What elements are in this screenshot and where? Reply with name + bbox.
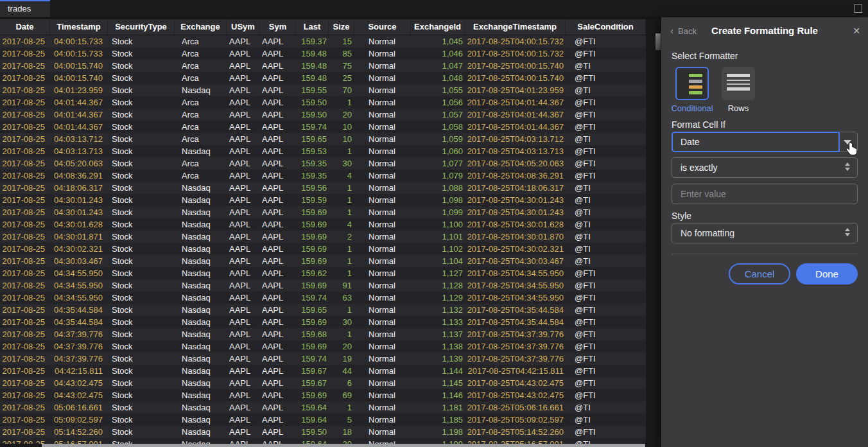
select-updown-icon: [845, 162, 850, 171]
table-cell: Stock: [108, 96, 175, 109]
table-row[interactable]: 2017-08-2504:01:44.367StockArcaAAPLAAPL1…: [0, 121, 646, 133]
column-header-last[interactable]: Last: [296, 19, 329, 35]
table-cell: Normal: [354, 145, 411, 157]
table-cell: 159.69: [296, 279, 329, 292]
table-cell: Normal: [354, 60, 411, 72]
table-row[interactable]: 2017-08-2504:00:15.733StockArcaAAPLAAPL1…: [0, 48, 646, 60]
table-cell: 04:01:23.959: [50, 84, 108, 96]
condition-select[interactable]: is exactly: [672, 157, 858, 178]
table-row[interactable]: 2017-08-2504:30:01.243StockNasdaqAAPLAAP…: [0, 194, 646, 206]
formatter-option-conditional[interactable]: [675, 67, 709, 100]
column-header-exchangetimestamp[interactable]: ExchangeTimestamp: [465, 19, 566, 35]
table-cell: 1: [329, 194, 354, 206]
table-row[interactable]: 2017-08-2504:34:55.950StockNasdaqAAPLAAP…: [0, 267, 646, 279]
table-row[interactable]: 2017-08-2504:30:01.628StockNasdaqAAPLAAP…: [0, 218, 646, 231]
vertical-scrollbar[interactable]: [655, 19, 661, 444]
maximize-icon[interactable]: [854, 4, 862, 13]
table-row[interactable]: 2017-08-2504:37:39.776StockNasdaqAAPLAAP…: [0, 340, 646, 353]
table-row[interactable]: 2017-08-2504:30:02.321StockNasdaqAAPLAAP…: [0, 243, 646, 255]
table-row[interactable]: 2017-08-2504:43:02.475StockNasdaqAAPLAAP…: [0, 377, 646, 389]
table-row[interactable]: 2017-08-2505:06:16.661StockNasdaqAAPLAAP…: [0, 401, 646, 414]
table-cell: AAPL: [260, 72, 296, 84]
table-cell: 10: [329, 121, 354, 133]
table-row[interactable]: 2017-08-2504:35:44.584StockNasdaqAAPLAAP…: [0, 304, 646, 316]
table-cell: 159.50: [296, 109, 329, 121]
table-cell: @FTI: [566, 377, 646, 389]
table-cell: AAPL: [260, 231, 296, 243]
column-select-arrow-button[interactable]: [838, 132, 857, 152]
table-cell: Nasdaq: [175, 206, 227, 218]
table-cell: 2017-08-25: [0, 109, 50, 121]
column-header-usym[interactable]: USym: [227, 19, 260, 35]
table-cell: 75: [329, 60, 354, 72]
table-cell: Arca: [175, 133, 227, 145]
style-select-value: No formatting: [672, 224, 734, 243]
table-cell: 159.69: [296, 340, 329, 353]
table-cell: AAPL: [227, 218, 260, 231]
table-row[interactable]: 2017-08-2504:01:23.959StockNasdaqAAPLAAP…: [0, 84, 646, 96]
table-row[interactable]: 2017-08-2504:34:55.950StockNasdaqAAPLAAP…: [0, 292, 646, 304]
table-cell: @FTI: [566, 157, 646, 170]
column-header-exchangeid[interactable]: ExchangeId: [411, 19, 465, 35]
table-cell: 1,060: [411, 145, 465, 157]
table-cell: 159.69: [296, 218, 329, 231]
table-cell: AAPL: [260, 377, 296, 389]
column-header-securitytype[interactable]: SecurityType: [108, 19, 175, 35]
cancel-button[interactable]: Cancel: [729, 263, 790, 285]
column-header-size[interactable]: Size: [329, 19, 354, 35]
table-row[interactable]: 2017-08-2504:00:15.733StockArcaAAPLAAPL1…: [0, 35, 646, 48]
table-row[interactable]: 2017-08-2504:01:44.367StockArcaAAPLAAPL1…: [0, 96, 646, 109]
table-cell: AAPL: [227, 401, 260, 414]
table-row[interactable]: 2017-08-2504:03:13.712StockArcaAAPLAAPL1…: [0, 133, 646, 145]
table-row[interactable]: 2017-08-2504:00:15.740StockArcaAAPLAAPL1…: [0, 72, 646, 84]
table-row[interactable]: 2017-08-2504:30:01.243StockNasdaqAAPLAAP…: [0, 206, 646, 218]
table-row[interactable]: 2017-08-2504:03:13.713StockNasdaqAAPLAAP…: [0, 145, 646, 157]
table-cell: 2017-08-25T04:00:15.732: [465, 35, 566, 48]
table-row[interactable]: 2017-08-2504:18:06.317StockNasdaqAAPLAAP…: [0, 182, 646, 194]
table-row[interactable]: 2017-08-2504:00:15.740StockArcaAAPLAAPL1…: [0, 60, 646, 72]
table-cell: 44: [329, 365, 354, 377]
table-cell: Normal: [354, 194, 411, 206]
table-row[interactable]: 2017-08-2504:30:03.467StockNasdaqAAPLAAP…: [0, 255, 646, 267]
column-select[interactable]: Date: [672, 132, 858, 152]
table-cell: 1,100: [411, 218, 465, 231]
table-row[interactable]: 2017-08-2504:34:55.950StockNasdaqAAPLAAP…: [0, 279, 646, 292]
table-cell: 1,102: [411, 243, 465, 255]
table-cell: 2017-08-25: [0, 304, 50, 316]
column-header-sym[interactable]: Sym: [260, 19, 296, 35]
table-row[interactable]: 2017-08-2504:43:02.475StockNasdaqAAPLAAP…: [0, 389, 646, 401]
horizontal-scrollbar[interactable]: [0, 444, 661, 447]
table-row[interactable]: 2017-08-2504:35:44.584StockNasdaqAAPLAAP…: [0, 316, 646, 328]
value-input[interactable]: [672, 184, 858, 204]
table-cell: Stock: [108, 401, 175, 414]
table-cell: 1,132: [411, 304, 465, 316]
column-header-source[interactable]: Source: [354, 19, 411, 35]
table-cell: 159.50: [296, 96, 329, 109]
table-row[interactable]: 2017-08-2504:37:39.776StockNasdaqAAPLAAP…: [0, 328, 646, 340]
horizontal-scrollbar-thumb[interactable]: [42, 444, 645, 447]
close-button[interactable]: ✕: [853, 22, 860, 39]
vertical-scrollbar-thumb[interactable]: [655, 33, 661, 50]
table-cell: 1,098: [411, 194, 465, 206]
tab-trades[interactable]: trades: [0, 0, 50, 17]
column-header-exchange[interactable]: Exchange: [175, 19, 227, 35]
done-button[interactable]: Done: [796, 263, 858, 285]
table-row[interactable]: 2017-08-2504:08:36.291StockArcaAAPLAAPL1…: [0, 170, 646, 182]
column-header-date[interactable]: Date: [0, 19, 50, 35]
column-header-timestamp[interactable]: Timestamp: [50, 19, 108, 35]
table-cell: Nasdaq: [175, 182, 227, 194]
table-row[interactable]: 2017-08-2505:09:02.597StockNasdaqAAPLAAP…: [0, 414, 646, 426]
formatter-option-rows[interactable]: [722, 67, 755, 100]
table-row[interactable]: 2017-08-2504:05:20.063StockArcaAAPLAAPL1…: [0, 157, 646, 170]
table-cell: Normal: [354, 96, 411, 109]
table-row[interactable]: 2017-08-2505:14:52.260StockNasdaqAAPLAAP…: [0, 426, 646, 438]
icon-bar: [727, 87, 750, 91]
style-select[interactable]: No formatting: [672, 223, 858, 243]
table-cell: 69: [329, 389, 354, 401]
table-row[interactable]: 2017-08-2504:42:15.811StockNasdaqAAPLAAP…: [0, 365, 646, 377]
table-row[interactable]: 2017-08-2504:30:01.871StockNasdaqAAPLAAP…: [0, 231, 646, 243]
table-cell: 2017-08-25: [0, 35, 50, 48]
table-row[interactable]: 2017-08-2504:37:39.776StockNasdaqAAPLAAP…: [0, 353, 646, 365]
table-row[interactable]: 2017-08-2504:01:44.367StockArcaAAPLAAPL1…: [0, 109, 646, 121]
column-header-salecondition[interactable]: SaleCondition: [566, 19, 646, 35]
